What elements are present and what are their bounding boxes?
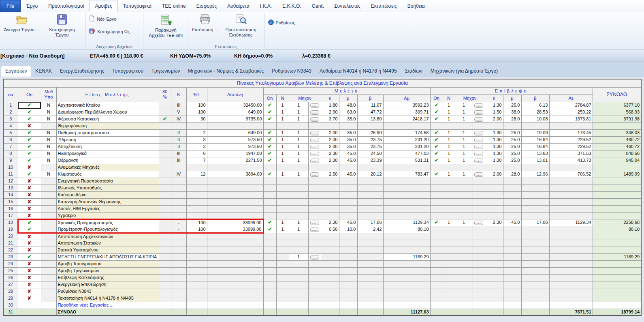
- expense-cell[interactable]: 973.50: [207, 143, 263, 150]
- supervision-engineer-cell[interactable]: 1: [455, 143, 473, 150]
- percent-sigma-cell[interactable]: 100: [186, 226, 207, 233]
- study-engineer-cell[interactable]: [289, 274, 308, 281]
- supervision-on-cell[interactable]: [430, 205, 443, 212]
- study-k-cell[interactable]: 2.30: [321, 219, 339, 226]
- study-engineer-cell[interactable]: 1: [289, 129, 308, 136]
- supervision-m-cell[interactable]: [503, 205, 521, 212]
- study-type-cell[interactable]: Χρονικός Προγραμματισμός: [56, 219, 159, 226]
- supervision-n-cell[interactable]: [443, 212, 455, 219]
- supervision-on-cell[interactable]: [430, 240, 443, 247]
- supervision-engineer-cell[interactable]: [455, 212, 473, 219]
- supervision-on-cell[interactable]: [430, 212, 443, 219]
- eighty-percent-cell[interactable]: [159, 253, 171, 260]
- supervision-engineer-picker-cell[interactable]: ...: [473, 109, 485, 116]
- eighty-percent-cell[interactable]: [159, 109, 171, 116]
- percent-sigma-cell[interactable]: [186, 267, 207, 274]
- method-cell[interactable]: [41, 191, 56, 198]
- study-engineer-cell[interactable]: [289, 185, 308, 191]
- supervision-n-cell[interactable]: [443, 191, 455, 198]
- expense-cell[interactable]: [207, 164, 263, 171]
- on-toggle-cell[interactable]: ✘: [18, 281, 41, 288]
- study-engineer-picker-cell[interactable]: [308, 295, 321, 302]
- study-b-cell[interactable]: 23.75: [357, 143, 383, 150]
- supervision-b-cell[interactable]: [521, 260, 549, 267]
- category-cell[interactable]: V: [171, 109, 186, 116]
- percent-sigma-cell[interactable]: [186, 288, 207, 295]
- supervision-on-cell[interactable]: [430, 122, 443, 129]
- on-toggle-cell[interactable]: ✔: [18, 116, 41, 122]
- study-b-cell[interactable]: 13.80: [357, 116, 383, 122]
- study-type-cell[interactable]: Ενεργειακή Επιθεώρηση: [56, 281, 159, 288]
- supervision-engineer-cell[interactable]: [455, 122, 473, 129]
- supervision-engineer-picker-cell[interactable]: [473, 122, 485, 129]
- supervision-n-cell[interactable]: 1: [443, 150, 455, 157]
- supervision-engineer-picker-cell[interactable]: ...: [473, 157, 485, 164]
- study-m-cell[interactable]: [339, 178, 357, 185]
- percent-sigma-cell[interactable]: [186, 260, 207, 267]
- study-engineer-cell[interactable]: 1: [289, 102, 308, 109]
- study-b-cell[interactable]: 26.90: [357, 129, 383, 136]
- method-cell[interactable]: N: [41, 129, 56, 136]
- study-n-cell[interactable]: [276, 191, 289, 198]
- ellipsis-button[interactable]: ...: [310, 152, 319, 156]
- study-engineer-cell[interactable]: 1: [289, 150, 308, 157]
- ellipsis-button[interactable]: ...: [474, 131, 483, 135]
- supervision-k-cell[interactable]: [485, 198, 503, 205]
- supervision-m-cell[interactable]: [503, 240, 521, 247]
- on-toggle-cell[interactable]: ✔: [18, 143, 41, 150]
- ellipsis-button[interactable]: ...: [310, 172, 319, 177]
- ellipsis-button[interactable]: ...: [474, 172, 483, 177]
- supervision-k-cell[interactable]: [485, 281, 503, 288]
- add-new-task-link[interactable]: Προσθήκη νέας Εργασίας ...: [56, 302, 159, 309]
- supervision-m-cell[interactable]: 25.0: [503, 129, 521, 136]
- ellipsis-button[interactable]: ...: [474, 145, 483, 149]
- supervision-b-cell[interactable]: [521, 198, 549, 205]
- supervision-on-cell[interactable]: ✔: [430, 102, 443, 109]
- supervision-engineer-cell[interactable]: [455, 226, 473, 233]
- study-m-cell[interactable]: 35.0: [339, 136, 357, 143]
- study-k-cell[interactable]: [321, 260, 339, 267]
- study-on-cell[interactable]: [263, 302, 276, 309]
- study-on-cell[interactable]: [263, 309, 276, 316]
- percent-sigma-cell[interactable]: 100: [186, 219, 207, 226]
- study-n-cell[interactable]: [276, 309, 289, 316]
- method-cell[interactable]: [41, 253, 56, 260]
- supervision-b-cell[interactable]: 16.84: [521, 143, 549, 150]
- study-n-cell[interactable]: [276, 260, 289, 267]
- supervision-on-cell[interactable]: [430, 260, 443, 267]
- study-n-cell[interactable]: [276, 281, 289, 288]
- supervision-b-cell[interactable]: [521, 281, 549, 288]
- expense-cell[interactable]: [207, 253, 263, 260]
- study-b-cell[interactable]: [357, 247, 383, 253]
- study-engineer-cell[interactable]: [289, 178, 308, 185]
- category-cell[interactable]: [171, 122, 186, 129]
- on-toggle-cell[interactable]: ✘: [18, 260, 41, 267]
- supervision-b-cell[interactable]: [521, 212, 549, 219]
- supervision-engineer-cell[interactable]: [455, 302, 473, 309]
- supervision-b-cell[interactable]: 16.84: [521, 136, 549, 143]
- method-cell[interactable]: [41, 309, 56, 316]
- expense-cell[interactable]: 2271.50: [207, 157, 263, 164]
- category-cell[interactable]: [171, 267, 186, 274]
- study-b-cell[interactable]: [357, 240, 383, 247]
- study-on-cell[interactable]: ✔: [263, 102, 276, 109]
- study-engineer-picker-cell[interactable]: [308, 185, 321, 191]
- study-type-cell[interactable]: Ύδρευση: [56, 136, 159, 143]
- supervision-k-cell[interactable]: 1.30: [485, 150, 503, 157]
- method-cell[interactable]: N: [41, 136, 56, 143]
- eighty-percent-cell[interactable]: [159, 240, 171, 247]
- supervision-engineer-picker-cell[interactable]: ...: [473, 116, 485, 122]
- supervision-k-cell[interactable]: [485, 267, 503, 274]
- supervision-engineer-cell[interactable]: [455, 267, 473, 274]
- study-m-cell[interactable]: 35.0: [339, 129, 357, 136]
- on-toggle-cell[interactable]: ✘: [18, 288, 41, 295]
- supervision-b-cell[interactable]: [521, 240, 549, 247]
- study-engineer-picker-cell[interactable]: [308, 233, 321, 240]
- on-toggle-cell[interactable]: ✘: [18, 178, 41, 185]
- study-b-cell[interactable]: 24.50: [357, 150, 383, 157]
- eighty-percent-cell[interactable]: [159, 205, 171, 212]
- supervision-m-cell[interactable]: [503, 302, 521, 309]
- print-preview-button[interactable]: Προεπισκόπιση Εκτύπωσης: [220, 13, 262, 39]
- tab-Τριγωνισμών[interactable]: Τριγωνισμών: [147, 66, 184, 77]
- study-b-cell[interactable]: [357, 191, 383, 198]
